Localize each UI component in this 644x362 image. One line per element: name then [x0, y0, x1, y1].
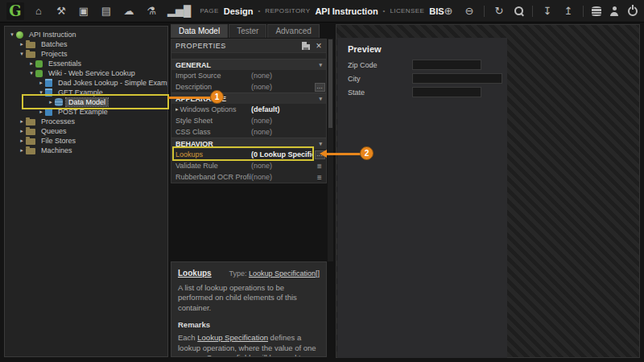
- property-row-css-class[interactable]: CSS Class(none): [171, 126, 326, 138]
- property-label-text: CSS Class: [175, 128, 211, 136]
- collapse-all-button[interactable]: ⊖: [463, 5, 476, 18]
- property-row-windows-options[interactable]: ▸Windows Options(default): [171, 104, 326, 115]
- property-row-lookups[interactable]: Lookups(0 Lookup Specificatio…: [171, 149, 326, 160]
- collapse-arrow-icon[interactable]: ▾: [27, 70, 35, 76]
- section-title: GENERAL: [175, 61, 211, 69]
- tree-item-queues[interactable]: ▸Queues: [5, 126, 167, 136]
- ellipsis-button[interactable]: …: [315, 150, 325, 159]
- expand-arrow-icon[interactable]: ▸: [18, 118, 26, 125]
- preview-panel: Preview Zip CodeCityState: [336, 24, 640, 358]
- database-button[interactable]: [592, 6, 601, 16]
- tree-item-file-stores[interactable]: ▸File Stores: [5, 136, 167, 146]
- tools-icon[interactable]: ⚒: [55, 5, 68, 18]
- property-row-validate-rule[interactable]: Validate Rule(none)≡: [171, 160, 326, 171]
- property-row-description[interactable]: Description(none)…: [171, 81, 326, 93]
- expand-arrow-icon[interactable]: ▸: [18, 41, 26, 47]
- tab-advanced[interactable]: Advanced: [267, 24, 319, 38]
- expand-arrow-icon[interactable]: ▸: [18, 147, 26, 154]
- properties-header: PROPERTIES ×: [171, 39, 326, 53]
- refresh-button[interactable]: ↻: [493, 5, 506, 18]
- export-icon[interactable]: ▤: [100, 5, 113, 18]
- description-title: Lookups: [178, 268, 212, 279]
- property-value[interactable]: (default): [251, 105, 313, 113]
- section-header-appearance[interactable]: APPEARANCE▾: [171, 93, 326, 104]
- expand-arrow-icon[interactable]: ▸: [37, 80, 45, 86]
- package-icon[interactable]: ▣: [77, 5, 90, 18]
- menu-icon[interactable]: ≡: [317, 173, 322, 182]
- property-value[interactable]: (none): [251, 162, 313, 170]
- tree-item-essentials[interactable]: ▸Essentials: [5, 59, 167, 68]
- save-icon[interactable]: [302, 42, 310, 50]
- property-row-import-source[interactable]: Import Source(none): [171, 70, 326, 81]
- collapse-arrow-icon[interactable]: ▾: [37, 89, 45, 96]
- field-input[interactable]: [412, 60, 481, 70]
- property-row-rubberband-ocr-profile[interactable]: Rubberband OCR Profile(none)≡: [171, 171, 326, 183]
- property-value[interactable]: (none): [251, 117, 313, 125]
- repository-label: REPOSITORY: [265, 7, 310, 14]
- type-link[interactable]: Lookup Specification[]: [249, 269, 320, 278]
- property-value[interactable]: (none): [251, 173, 313, 181]
- tree-item-get-example[interactable]: ▾GET Example: [5, 88, 167, 97]
- chevron-down-icon[interactable]: ▾: [319, 62, 322, 68]
- section-header-behavior[interactable]: BEHAVIOR▾: [171, 138, 326, 149]
- property-grid: GENERAL▾Import Source(none)Description(n…: [171, 59, 326, 183]
- tree-item-post-example[interactable]: ▸POST Example: [5, 107, 167, 117]
- expand-arrow-icon[interactable]: ▸: [175, 106, 179, 113]
- tab-tester[interactable]: Tester: [229, 24, 266, 38]
- collapse-arrow-icon[interactable]: ▾: [18, 51, 26, 57]
- property-label-text: Lookups: [175, 150, 203, 158]
- field-input[interactable]: [412, 73, 502, 84]
- remarks-link[interactable]: Lookup Specification: [197, 333, 268, 342]
- property-action: ≡: [313, 173, 326, 182]
- tree-item-dad-jokes-lookup-simple-example[interactable]: ▸Dad Jokes Lookup - Simple Example: [5, 78, 167, 88]
- cloud-icon[interactable]: ☁: [122, 5, 135, 18]
- tree-item-data-model[interactable]: ▸Data Model: [5, 97, 167, 107]
- property-row-style-sheet[interactable]: Style Sheet(none): [171, 115, 326, 126]
- tab-data-model[interactable]: Data Model: [171, 24, 228, 38]
- flask-icon[interactable]: ⚗: [145, 5, 158, 18]
- remarks-body: Each Lookup Specification defines a look…: [178, 333, 320, 357]
- grooper-logo[interactable]: G: [6, 2, 24, 20]
- chevron-down-icon[interactable]: ▾: [319, 96, 322, 102]
- tree-item-machines[interactable]: ▸Machines: [5, 146, 167, 155]
- tree-item-batches[interactable]: ▸Batches: [5, 39, 167, 49]
- property-value[interactable]: (none): [251, 128, 313, 136]
- download-button[interactable]: ↧: [541, 5, 554, 18]
- repository-value[interactable]: API Instruction: [315, 6, 378, 16]
- folder-icon: [26, 119, 35, 125]
- property-value[interactable]: (none): [251, 72, 313, 80]
- properties-scrollbar[interactable]: [328, 39, 333, 261]
- collapse-arrow-icon[interactable]: ▾: [8, 31, 16, 38]
- expand-arrow-icon[interactable]: ▸: [47, 99, 55, 105]
- breadcrumb-separator: •: [258, 7, 260, 14]
- folder-icon: [26, 51, 35, 58]
- tree-item-api-instruction[interactable]: ▾API Instruction: [5, 30, 167, 39]
- expand-arrow-icon[interactable]: ▸: [18, 138, 26, 144]
- tree-item-projects[interactable]: ▾Projects: [5, 49, 167, 59]
- search-button[interactable]: [514, 6, 524, 16]
- tree-item-wiki-web-service-lookup[interactable]: ▾Wiki - Web Service Lookup: [5, 68, 167, 78]
- menu-icon[interactable]: ≡: [317, 162, 322, 171]
- scrollbar-thumb[interactable]: [328, 39, 332, 128]
- property-value[interactable]: (0 Lookup Specificatio: [251, 150, 313, 158]
- account-button[interactable]: [609, 6, 620, 16]
- topbar-right-icons: ⊕⊖↻↧↥: [442, 5, 638, 18]
- home-icon[interactable]: ⌂: [32, 5, 45, 18]
- chart-icon[interactable]: ▂▅█: [167, 5, 180, 18]
- close-icon[interactable]: ×: [316, 42, 322, 50]
- expand-arrow-icon[interactable]: ▸: [37, 109, 45, 115]
- property-value[interactable]: (none): [251, 83, 313, 91]
- expand-arrow-icon[interactable]: ▸: [18, 128, 26, 134]
- expand-arrow-icon[interactable]: ▸: [27, 60, 35, 67]
- section-header-general[interactable]: GENERAL▾: [171, 59, 326, 70]
- field-input[interactable]: [412, 87, 481, 97]
- upload-button[interactable]: ↥: [562, 5, 575, 18]
- tree-item-label: Data Model: [66, 98, 108, 106]
- chevron-down-icon[interactable]: ▾: [319, 141, 322, 147]
- tree-item-label: Dad Jokes Lookup - Simple Example: [56, 79, 168, 87]
- page-value[interactable]: Design: [224, 6, 254, 16]
- field-label: State: [348, 88, 412, 97]
- tree-item-processes[interactable]: ▸Processes: [5, 117, 167, 126]
- ellipsis-button[interactable]: …: [315, 83, 325, 92]
- power-button[interactable]: [628, 6, 638, 16]
